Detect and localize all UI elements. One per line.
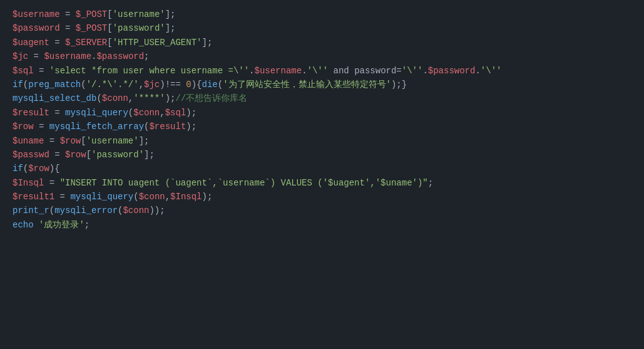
code-line-7: mysqli_select_db($conn,'****');//不想告诉你库名 [13, 91, 631, 105]
code-line-6: if(preg_match('/.*\'.*/',$jc)!== 0){die(… [13, 78, 631, 91]
code-line-8: $result = mysqli_query($conn,$sql); [13, 106, 631, 120]
code-line-5: $sql = 'select *from user where username… [13, 64, 631, 78]
code-line-11: $passwd = $row['password']; [13, 148, 631, 162]
code-line-16: echo '成功登录'; [13, 218, 631, 232]
code-line-2: $password = $_POST['password']; [13, 21, 631, 35]
code-line-10: $uname = $row['username']; [13, 134, 631, 148]
code-line-3: $uagent = $_SERVER['HTTP_USER_AGENT']; [13, 36, 631, 49]
code-line-4: $jc = $username.$password; [13, 49, 631, 63]
code-editor: $username = $_POST['username']; $passwor… [0, 0, 644, 349]
code-line-14: $result1 = mysqli_query($conn,$Insql); [13, 190, 631, 204]
code-line-13: $Insql = "INSERT INTO uagent (`uagent`,`… [13, 176, 631, 190]
code-line-12: if($row){ [13, 162, 631, 175]
code-line-15: print_r(mysqli_error($conn)); [13, 204, 631, 217]
code-line-1: $username = $_POST['username']; [13, 8, 631, 21]
code-line-9: $row = mysqli_fetch_array($result); [13, 120, 631, 133]
